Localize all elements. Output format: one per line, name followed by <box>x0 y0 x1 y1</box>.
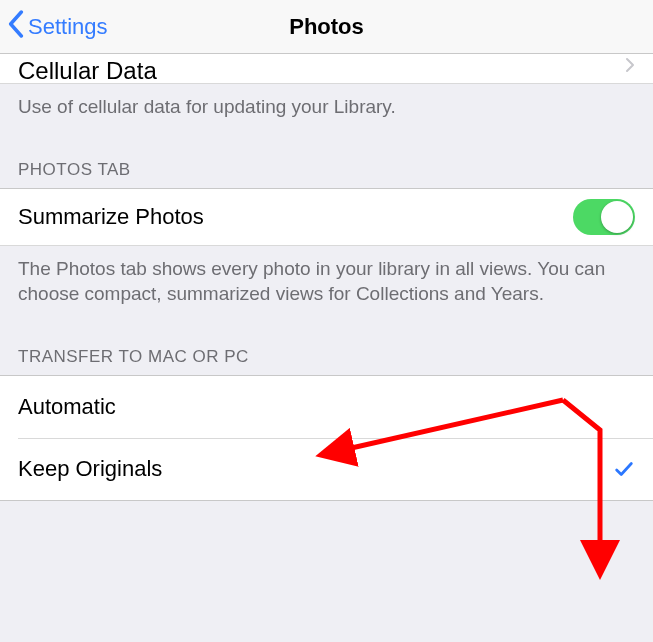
transfer-header: TRANSFER TO MAC OR PC <box>0 319 653 375</box>
transfer-option-automatic[interactable]: Automatic <box>0 376 653 438</box>
navbar: Settings Photos <box>0 0 653 54</box>
transfer-options: Automatic Keep Originals <box>0 375 653 501</box>
photos-tab-footer: The Photos tab shows every photo in your… <box>0 246 653 319</box>
chevron-right-icon <box>625 54 635 79</box>
toggle-knob <box>601 201 633 233</box>
cellular-footer: Use of cellular data for updating your L… <box>0 84 653 132</box>
transfer-option-label: Automatic <box>18 394 635 420</box>
cellular-data-label: Cellular Data <box>18 57 625 84</box>
back-label: Settings <box>28 14 108 40</box>
summarize-photos-toggle[interactable] <box>573 199 635 235</box>
checkmark-icon <box>613 458 635 480</box>
back-button[interactable]: Settings <box>0 10 108 44</box>
cellular-data-row[interactable]: Cellular Data <box>0 54 653 84</box>
content: Cellular Data Use of cellular data for u… <box>0 54 653 501</box>
summarize-photos-label: Summarize Photos <box>18 204 573 230</box>
transfer-option-keep-originals[interactable]: Keep Originals <box>0 438 653 500</box>
photos-tab-header: PHOTOS TAB <box>0 132 653 188</box>
chevron-left-icon <box>8 10 24 44</box>
summarize-photos-row[interactable]: Summarize Photos <box>0 188 653 246</box>
transfer-option-label: Keep Originals <box>18 456 613 482</box>
